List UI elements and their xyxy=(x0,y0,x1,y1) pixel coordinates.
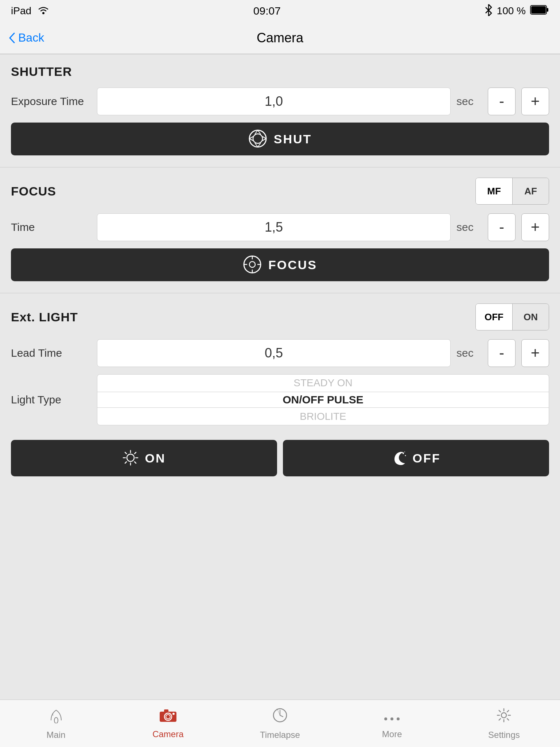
nav-bar: Back Camera xyxy=(0,22,560,54)
ext-light-section: Ext. LIGHT OFF ON Lead Time sec - + Ligh… xyxy=(0,293,560,440)
tab-camera-label: Camera xyxy=(152,729,183,739)
light-off-button[interactable]: OFF xyxy=(283,440,549,476)
exposure-time-label: Exposure Time xyxy=(11,95,91,108)
svg-point-22 xyxy=(127,454,134,461)
status-left: iPad xyxy=(11,5,50,17)
focus-section: FOCUS MF AF Time sec - + xyxy=(0,167,560,293)
exposure-time-unit: sec xyxy=(456,95,482,108)
focus-time-input[interactable] xyxy=(97,213,451,241)
svg-line-28 xyxy=(135,462,136,463)
tab-more-label: More xyxy=(382,729,402,739)
shutter-header: SHUTTER xyxy=(11,65,549,79)
main-tab-icon xyxy=(48,707,64,727)
moon-icon xyxy=(392,450,406,467)
timelapse-tab-icon xyxy=(272,707,288,727)
light-off-toggle[interactable]: OFF xyxy=(476,304,512,330)
exposure-time-input[interactable] xyxy=(97,88,451,115)
tab-more[interactable]: More xyxy=(336,700,448,747)
shut-button-label: SHUT xyxy=(274,132,312,146)
camera-tab-icon xyxy=(159,708,177,726)
exposure-decrease-button[interactable]: - xyxy=(488,88,516,115)
svg-point-7 xyxy=(253,134,262,143)
svg-line-29 xyxy=(135,452,136,454)
picker-separator-bottom xyxy=(97,407,549,408)
svg-rect-38 xyxy=(164,709,168,712)
exposure-increase-button[interactable]: + xyxy=(521,88,549,115)
focus-header: FOCUS MF AF xyxy=(11,178,549,205)
device-label: iPad xyxy=(11,5,31,17)
shutter-section: SHUTTER Exposure Time sec - + xyxy=(0,54,560,167)
svg-point-34 xyxy=(54,717,58,723)
svg-point-41 xyxy=(384,717,387,720)
exposure-time-row: Exposure Time sec - + xyxy=(11,88,549,115)
content-area: SHUTTER Exposure Time sec - + xyxy=(0,54,560,700)
status-bar: iPad 09:07 100 % xyxy=(0,0,560,22)
svg-point-31 xyxy=(402,453,404,454)
svg-point-6 xyxy=(249,130,266,147)
picker-separator-top xyxy=(97,392,549,392)
light-on-button[interactable]: ON xyxy=(11,440,277,476)
focus-increase-button[interactable]: + xyxy=(521,213,549,241)
lead-increase-button[interactable]: + xyxy=(521,339,549,367)
svg-line-30 xyxy=(125,462,127,463)
sun-icon xyxy=(122,450,139,467)
light-toggle: OFF ON xyxy=(475,303,549,330)
shutter-title: SHUTTER xyxy=(11,65,72,79)
shut-button[interactable]: SHUT xyxy=(11,123,549,155)
svg-rect-4 xyxy=(547,8,548,12)
focus-title: FOCUS xyxy=(11,184,56,198)
time-display: 09:07 xyxy=(253,5,281,17)
tab-timelapse[interactable]: Timelapse xyxy=(224,700,336,747)
svg-point-17 xyxy=(249,262,255,267)
svg-point-39 xyxy=(172,713,175,715)
svg-rect-5 xyxy=(531,6,546,13)
ext-light-header: Ext. LIGHT OFF ON xyxy=(11,303,549,330)
focus-time-row: Time sec - + xyxy=(11,213,549,241)
focus-button-label: FOCUS xyxy=(268,258,317,272)
tab-settings[interactable]: Settings xyxy=(448,700,560,747)
light-type-picker[interactable]: STEADY ON ON/OFF PULSE BRIOLITE xyxy=(97,374,549,425)
ext-light-title: Ext. LIGHT xyxy=(11,310,78,324)
svg-point-33 xyxy=(404,452,405,452)
battery-label: 100 % xyxy=(497,5,526,17)
svg-point-44 xyxy=(501,713,506,718)
svg-point-43 xyxy=(397,717,400,720)
back-button[interactable]: Back xyxy=(9,31,44,44)
tab-camera[interactable]: Camera xyxy=(112,700,224,747)
light-on-label: ON xyxy=(145,451,166,465)
lead-decrease-button[interactable]: - xyxy=(488,339,516,367)
light-action-buttons: ON OFF xyxy=(0,440,560,485)
svg-point-32 xyxy=(405,455,406,456)
more-tab-icon xyxy=(383,708,401,726)
bluetooth-icon xyxy=(485,4,493,19)
mf-toggle[interactable]: MF xyxy=(476,178,512,204)
svg-point-0 xyxy=(42,12,44,14)
svg-point-42 xyxy=(390,717,393,720)
lead-time-label: Lead Time xyxy=(11,347,91,359)
lead-time-row: Lead Time sec - + xyxy=(11,339,549,367)
svg-line-27 xyxy=(125,452,127,454)
wifi-icon xyxy=(37,5,50,17)
tab-settings-label: Settings xyxy=(488,730,520,740)
tab-main[interactable]: Main xyxy=(0,700,112,747)
focus-time-label: Time xyxy=(11,221,91,233)
lead-time-unit: sec xyxy=(456,347,482,359)
light-type-label: Light Type xyxy=(11,394,91,406)
lead-time-input[interactable] xyxy=(97,339,451,367)
focus-button[interactable]: FOCUS xyxy=(11,248,549,281)
settings-tab-icon xyxy=(496,707,512,727)
status-right: 100 % xyxy=(485,4,549,19)
light-on-toggle[interactable]: ON xyxy=(512,304,549,330)
focus-mode-toggle: MF AF xyxy=(475,178,549,205)
picker-steady-on: STEADY ON xyxy=(97,375,549,391)
svg-point-37 xyxy=(166,715,170,719)
tab-main-label: Main xyxy=(47,730,66,740)
focus-time-unit: sec xyxy=(456,221,482,233)
light-off-label: OFF xyxy=(413,451,441,465)
back-label: Back xyxy=(18,31,44,44)
focus-decrease-button[interactable]: - xyxy=(488,213,516,241)
tab-timelapse-label: Timelapse xyxy=(260,730,300,740)
focus-action-icon xyxy=(243,255,262,275)
battery-icon xyxy=(530,5,549,18)
af-toggle[interactable]: AF xyxy=(512,178,549,204)
